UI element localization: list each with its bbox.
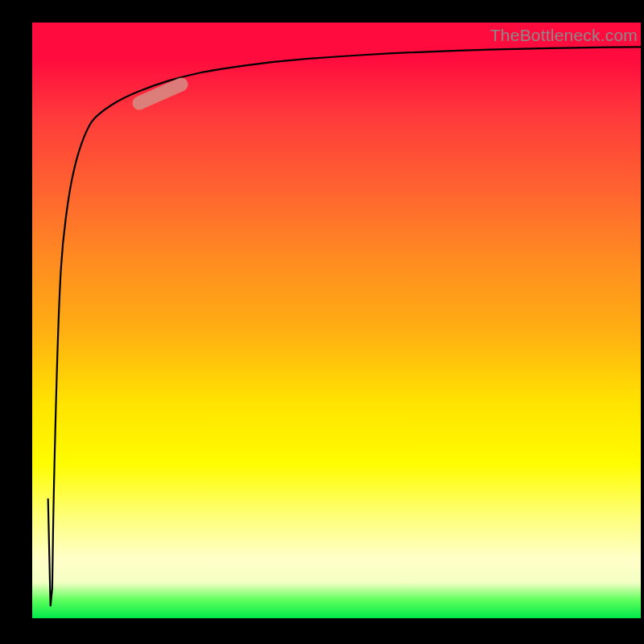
- curve-layer: [32, 23, 641, 618]
- plot-area: TheBottleneck.com: [32, 23, 641, 618]
- data-curve: [48, 47, 641, 606]
- chart-canvas: TheBottleneck.com: [0, 0, 644, 644]
